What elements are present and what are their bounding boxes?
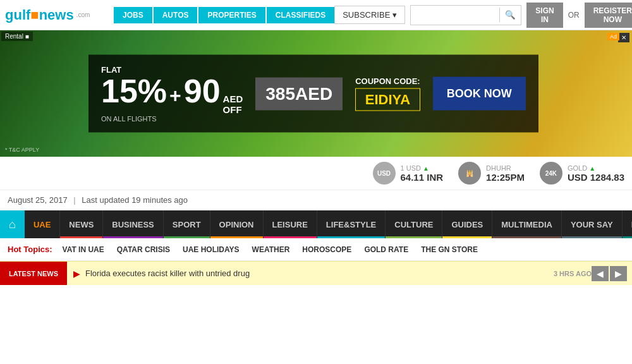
ad-content: FLAT 15% + 90 AED OFF ON ALL FLIGHTS 385…: [88, 55, 538, 133]
latest-nav-controls: ◀ ▶: [592, 266, 627, 281]
ad-close-button[interactable]: ✕: [618, 33, 629, 42]
hot-topic-horoscope[interactable]: HOROSCOPE: [302, 245, 351, 254]
hot-topic-qatar[interactable]: QATAR CRISIS: [117, 245, 170, 254]
logo-subtext: .com: [76, 11, 90, 18]
ad-plus: +: [169, 84, 181, 107]
ad-coupon-code: EIDIYA: [355, 88, 420, 111]
last-updated: Last updated 19 minutes ago: [82, 195, 188, 205]
ad-price: 385AED: [255, 77, 343, 110]
prayer-info: DHUHR 12:25PM: [486, 164, 525, 183]
ad-aed: AED: [223, 94, 243, 104]
latest-news-bar: LATEST NEWS ▶ Florida executes racist ki…: [0, 261, 632, 285]
logo-area: gulf■news .com: [5, 7, 106, 23]
sidebar-item-lifestyle[interactable]: LIFE&STYLE: [317, 210, 386, 238]
home-icon: ⌂: [9, 218, 16, 231]
or-text: OR: [568, 11, 580, 20]
usd-value: 64.11 INR: [401, 172, 444, 183]
register-button[interactable]: REGISTER NOW: [585, 3, 632, 28]
subscribe-button[interactable]: SUBSCRIBE ▾: [334, 6, 405, 24]
sidebar-item-sport[interactable]: SPORT: [164, 210, 210, 238]
sidebar-item-leisure[interactable]: LEISURE: [264, 210, 317, 238]
latest-prev-button[interactable]: ◀: [592, 266, 609, 281]
search-box: 🔍: [410, 5, 521, 25]
hot-topics-bar: Hot Topics: VAT IN UAE QATAR CRISIS UAE …: [0, 238, 632, 261]
gold-value: USD 1284.83: [568, 172, 624, 183]
latest-bullet: ▶: [73, 269, 80, 279]
stats-bar: USD 1 USD ▲ 64.11 INR 🕌 DHUHR 12:25PM 24…: [0, 157, 632, 190]
hot-topic-weather[interactable]: WEATHER: [252, 245, 290, 254]
prayer-icon: 🕌: [458, 162, 481, 185]
properties-pill[interactable]: PROPERTIES: [198, 7, 265, 23]
ad-off: OFF: [223, 104, 243, 115]
gold-info: GOLD ▲ USD 1284.83: [568, 164, 624, 183]
ad-percent: 15%: [101, 75, 167, 107]
prayer-stat: 🕌 DHUHR 12:25PM: [458, 162, 525, 185]
usd-stat: USD 1 USD ▲ 64.11 INR: [373, 162, 444, 185]
gold-change-icon: ▲: [589, 165, 595, 172]
hot-topic-vat[interactable]: VAT IN UAE: [63, 245, 104, 254]
ad-banner: Rental ■ ✕ Ad FLAT 15% + 90 AED OFF ON A…: [0, 30, 632, 157]
ad-tc: * T&C APPLY: [5, 147, 39, 153]
latest-headline[interactable]: Florida executes racist killer with untr…: [85, 269, 547, 278]
main-nav: ⌂ UAE NEWS BUSINESS SPORT OPINION LEISUR…: [0, 210, 632, 238]
hot-topics-label: Hot Topics:: [8, 245, 52, 254]
ad-on-all: ON ALL FLIGHTS: [101, 115, 157, 123]
date-separator: |: [73, 195, 75, 205]
usd-info: 1 USD ▲ 64.11 INR: [401, 164, 444, 183]
book-now-button[interactable]: BOOK NOW: [433, 77, 526, 111]
sidebar-item-opinion[interactable]: OPINION: [210, 210, 264, 238]
sidebar-item-yoursay[interactable]: YOUR SAY: [562, 210, 623, 238]
search-input[interactable]: [411, 8, 499, 22]
nav-home-button[interactable]: ⌂: [0, 210, 25, 238]
sidebar-item-uae[interactable]: UAE: [25, 210, 60, 238]
latest-time: 3 HRS AGO: [554, 270, 592, 277]
hot-topic-holidays[interactable]: UAE HOLIDAYS: [183, 245, 240, 254]
sidebar-item-news[interactable]: NEWS: [60, 210, 103, 238]
signin-button[interactable]: SIGN IN: [526, 3, 562, 28]
top-header: gulf■news .com JOBS AUTOS PROPERTIES CLA…: [0, 0, 632, 30]
prayer-label: DHUHR: [486, 164, 525, 172]
ad-rental-label: Rental ■: [1, 32, 33, 41]
sidebar-item-multimedia[interactable]: MULTIMEDIA: [492, 210, 562, 238]
sidebar-item-guides[interactable]: GUIDES: [442, 210, 492, 238]
usd-change-icon: ▲: [423, 165, 429, 172]
latest-news-label: LATEST NEWS: [0, 262, 67, 286]
date-text: August 25, 2017: [8, 195, 68, 205]
ad-badge: Ad: [607, 33, 619, 40]
gold-stat: 24K GOLD ▲ USD 1284.83: [540, 162, 624, 185]
header-right: SUBSCRIBE ▾ 🔍 SIGN IN OR REGISTER NOW: [334, 3, 632, 28]
sidebar-item-culture[interactable]: CULTURE: [386, 210, 442, 238]
jobs-pill[interactable]: JOBS: [114, 7, 152, 23]
prayer-value: 12:25PM: [486, 172, 525, 183]
search-button[interactable]: 🔍: [499, 8, 521, 22]
gold-icon: 24K: [540, 162, 562, 185]
autos-pill[interactable]: AUTOS: [154, 7, 198, 23]
top-nav-pills: JOBS AUTOS PROPERTIES CLASSIFIEDS: [114, 7, 334, 23]
hot-topic-gold[interactable]: GOLD RATE: [364, 245, 408, 254]
date-bar: August 25, 2017 | Last updated 19 minute…: [0, 190, 632, 210]
ad-coupon-label: COUPON CODE:: [355, 76, 420, 86]
sidebar-item-business[interactable]: BUSINESS: [103, 210, 163, 238]
sidebar-item-infocus[interactable]: IN FOCUS: [623, 210, 632, 238]
ad-coupon-section: COUPON CODE: EIDIYA: [355, 76, 420, 111]
latest-next-button[interactable]: ▶: [610, 266, 627, 281]
classifieds-pill[interactable]: CLASSIFIEDS: [267, 7, 334, 23]
ad-90: 90: [184, 75, 221, 107]
hot-topic-gnstore[interactable]: THE GN STORE: [421, 245, 478, 254]
usd-icon: USD: [373, 162, 396, 185]
logo: gulf■news: [5, 7, 74, 23]
